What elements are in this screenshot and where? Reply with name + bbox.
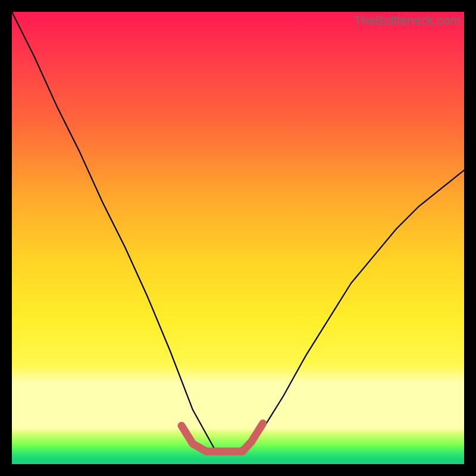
chart-frame: TheBottleneck.com (0, 0, 476, 476)
red-curve (181, 424, 263, 452)
plot-area: TheBottleneck.com (12, 12, 464, 464)
black-curve (12, 12, 464, 450)
curve-layer (12, 12, 464, 464)
